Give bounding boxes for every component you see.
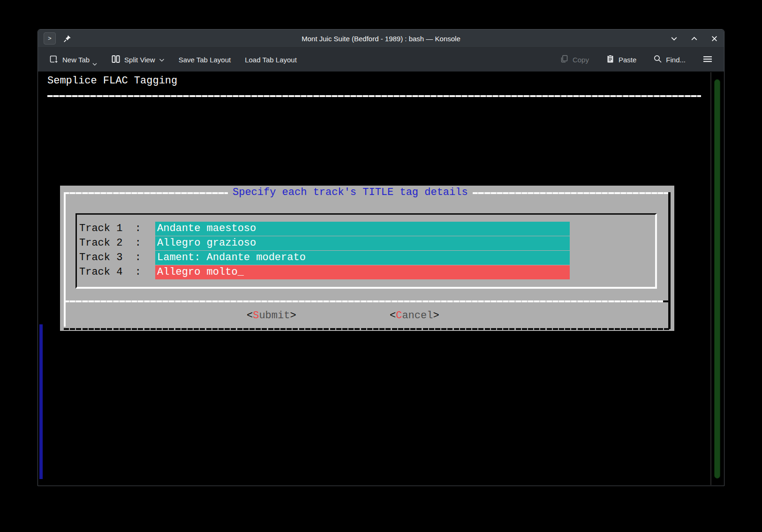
split-view-icon (111, 54, 121, 65)
save-tab-layout-button[interactable]: Save Tab Layout (175, 53, 234, 67)
track-3-label: Track 3 : (79, 251, 141, 265)
maximize-icon[interactable] (690, 35, 698, 43)
copy-icon (560, 54, 569, 65)
titlebar[interactable]: > Mont Juic Suite (Bedford - 1989) : bas… (38, 30, 724, 47)
new-tab-button[interactable]: New Tab (45, 52, 101, 68)
track-1-input[interactable]: Andante maestoso (155, 222, 570, 236)
paste-icon (606, 54, 615, 65)
track-4-input[interactable]: Allegro molto_ (155, 265, 570, 279)
terminal-prompt-icon: > (48, 35, 52, 42)
track-1-label: Track 1 : (79, 222, 141, 236)
heading-rule (47, 95, 701, 97)
submit-button[interactable]: <Submit> (247, 309, 296, 323)
paste-button[interactable]: Paste (602, 52, 640, 67)
load-tab-layout-button[interactable]: Load Tab Layout (241, 53, 301, 67)
track-2-input[interactable]: Allegro grazioso (155, 236, 570, 250)
button-separator (64, 300, 669, 302)
terminal-heading: Semplice FLAC Tagging (47, 74, 177, 88)
form-row: Track 2 : Allegro grazioso (60, 236, 674, 250)
tui-dialog: Specify each track's TITLE tag details T… (60, 186, 674, 331)
close-icon[interactable] (710, 35, 718, 43)
new-tab-icon (49, 54, 59, 65)
scrollbar-thumb[interactable] (714, 79, 720, 479)
dialog-border-bottom (64, 328, 671, 330)
window-title: Mont Juic Suite (Bedford - 1989) : bash … (38, 35, 724, 43)
konsole-window: > Mont Juic Suite (Bedford - 1989) : bas… (38, 29, 724, 486)
form-row: Track 4 : Allegro molto_ (60, 265, 674, 279)
toolbar: New Tab Split View Save Tab Layo (38, 47, 724, 72)
terminal-area[interactable]: Semplice FLAC Tagging Specify each track… (38, 72, 724, 485)
pin-icon[interactable] (63, 35, 71, 43)
output-marker (39, 324, 43, 479)
form-row: Track 1 : Andante maestoso (60, 222, 674, 236)
chevron-down-icon (159, 56, 165, 64)
dialog-title: Specify each track's TITLE tag details (228, 186, 473, 199)
cancel-button[interactable]: <Cancel> (390, 309, 439, 323)
hamburger-icon (702, 55, 713, 65)
app-menu-button[interactable]: > (44, 32, 56, 45)
find-button[interactable]: Find... (649, 52, 689, 67)
track-4-label: Track 4 : (79, 265, 141, 279)
search-icon (653, 54, 662, 65)
copy-button[interactable]: Copy (556, 52, 593, 67)
hamburger-menu-button[interactable] (699, 52, 717, 67)
text-cursor: _ (238, 266, 244, 278)
minimize-icon[interactable] (670, 35, 678, 43)
button-separator-end (663, 300, 670, 302)
form-row: Track 3 : Lament: Andante moderato (60, 251, 674, 265)
scrollbar-track-divider (710, 72, 711, 485)
track-2-label: Track 2 : (79, 236, 141, 250)
chevron-down-icon (92, 60, 97, 67)
track-3-input[interactable]: Lament: Andante moderato (155, 251, 570, 265)
split-view-button[interactable]: Split View (107, 52, 168, 68)
